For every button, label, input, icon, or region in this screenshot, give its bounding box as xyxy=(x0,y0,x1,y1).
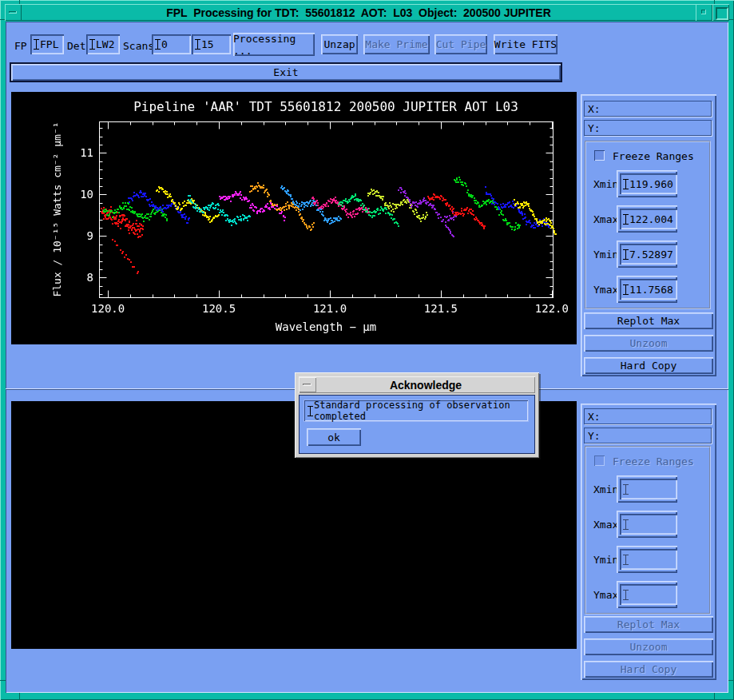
frame-notch xyxy=(728,680,734,681)
dialog-message-field[interactable]: Standard processing of observation compl… xyxy=(304,400,528,421)
replot-max-button[interactable]: Replot Max xyxy=(584,312,713,329)
y-readout: Y: xyxy=(584,120,712,136)
text-cursor xyxy=(623,519,629,530)
cut-pipe-button[interactable]: Cut Pipe xyxy=(434,34,487,54)
xmax-label: Xmax xyxy=(593,213,618,225)
freeze-ranges-checkbox[interactable] xyxy=(594,455,605,466)
replot-max-button[interactable]: Replot Max xyxy=(584,616,713,633)
text-cursor xyxy=(623,179,629,189)
frame-notch xyxy=(714,693,715,700)
minimize-icon xyxy=(701,10,706,14)
text-cursor xyxy=(89,39,95,50)
text-cursor xyxy=(34,39,39,50)
scan-end-field[interactable]: 15 xyxy=(192,34,231,54)
window-title: FPL Processing for TDT: 55601812 AOT: L0… xyxy=(22,6,696,19)
ymax-field[interactable] xyxy=(617,581,677,608)
dialog-body: Standard processing of observation compl… xyxy=(299,395,535,454)
spectrum-plot-panel xyxy=(11,92,577,344)
y-readout: Y: xyxy=(584,428,712,443)
dialog-menu-icon xyxy=(303,384,311,386)
xmax-label: Xmax xyxy=(593,519,618,531)
ymin-label: Ymin xyxy=(593,554,618,566)
xmin-field[interactable]: 119.960 xyxy=(617,170,677,197)
maximize-icon xyxy=(716,7,728,20)
window-menu-icon xyxy=(9,11,17,14)
dialog-titlebar[interactable]: Acknowledge xyxy=(299,376,535,393)
ymin-value: 7.52897 xyxy=(629,249,673,261)
bottom-range-panel: X: Y: Freeze Ranges Xmin Xmax Ymin Ymax … xyxy=(581,404,716,680)
freeze-ranges-checkbox[interactable] xyxy=(594,150,605,161)
det-value: LW2 xyxy=(96,38,114,50)
fp-label: FP xyxy=(14,40,27,52)
hard-copy-button[interactable]: Hard Copy xyxy=(584,661,713,678)
window-titlebar[interactable]: FPL Processing for TDT: 55601812 AOT: L0… xyxy=(5,4,729,21)
det-field[interactable]: LW2 xyxy=(86,34,120,54)
xmin-field[interactable] xyxy=(617,475,677,503)
app-window: FPL Processing for TDT: 55601812 AOT: L0… xyxy=(0,0,734,700)
top-range-panel: X: Y: Freeze Ranges Xmin 119.960 Xmax 12… xyxy=(581,94,716,376)
acknowledge-dialog: Acknowledge Standard processing of obser… xyxy=(295,372,539,458)
scan-start-field[interactable]: 0 xyxy=(152,34,191,54)
frame-notch xyxy=(0,680,6,681)
freeze-ranges-label: Freeze Ranges xyxy=(613,455,694,467)
ymax-label: Ymax xyxy=(593,589,618,601)
minimize-button[interactable] xyxy=(696,4,712,21)
text-cursor xyxy=(155,39,161,50)
scan-end-value: 15 xyxy=(201,38,214,50)
det-label: Det xyxy=(67,40,85,52)
range-group: Freeze Ranges Xmin 119.960 Xmax 122.004 … xyxy=(585,141,711,309)
text-cursor xyxy=(307,406,313,416)
xmin-value: 119.960 xyxy=(629,178,673,190)
text-cursor xyxy=(623,284,629,295)
ymin-label: Ymin xyxy=(593,249,618,261)
window-menu-button[interactable] xyxy=(5,4,22,21)
processing-menu-button[interactable]: Processing ... xyxy=(233,33,315,56)
xmin-label: Xmin xyxy=(593,483,618,495)
dialog-title: Acknowledge xyxy=(316,379,535,392)
ok-button[interactable]: ok xyxy=(307,428,361,446)
frame-notch xyxy=(728,19,734,20)
unzoom-button[interactable]: Unzoom xyxy=(584,335,713,352)
text-cursor xyxy=(623,590,629,600)
text-cursor xyxy=(623,484,629,495)
fp-field[interactable]: FPL xyxy=(30,34,64,54)
exit-button[interactable]: Exit xyxy=(11,64,561,81)
x-readout: X: xyxy=(584,101,712,117)
text-cursor xyxy=(623,214,629,225)
xmax-field[interactable]: 122.004 xyxy=(617,205,677,233)
text-cursor xyxy=(623,555,629,565)
write-fits-button[interactable]: Write FITS xyxy=(494,34,557,54)
hard-copy-button[interactable]: Hard Copy xyxy=(584,357,713,374)
scan-start-value: 0 xyxy=(161,38,168,50)
ymax-value: 11.7568 xyxy=(629,284,673,296)
make-prime-button[interactable]: Make Prime xyxy=(363,34,430,54)
ymax-label: Ymax xyxy=(593,284,618,296)
scans-label: Scans xyxy=(123,40,154,52)
xmin-label: Xmin xyxy=(593,178,618,190)
frame-notch xyxy=(19,693,20,700)
dialog-message: Standard processing of observation compl… xyxy=(314,400,528,422)
x-readout: X: xyxy=(584,408,712,424)
unzap-button[interactable]: Unzap xyxy=(321,34,358,54)
text-cursor xyxy=(195,39,200,50)
ymax-field[interactable]: 11.7568 xyxy=(617,276,677,303)
xmax-field[interactable] xyxy=(617,511,677,538)
ymin-field[interactable]: 7.52897 xyxy=(617,241,677,268)
unzoom-button[interactable]: Unzoom xyxy=(584,638,713,655)
xmax-value: 122.004 xyxy=(629,213,673,225)
ymin-field[interactable] xyxy=(617,546,677,573)
text-cursor xyxy=(623,249,629,260)
range-group: Freeze Ranges Xmin Xmax Ymin Ymax xyxy=(585,446,711,614)
maximize-button[interactable] xyxy=(712,4,729,21)
freeze-ranges-label: Freeze Ranges xyxy=(613,150,694,162)
dialog-menu-button[interactable] xyxy=(299,377,316,392)
spectrum-plot-canvas[interactable] xyxy=(11,92,577,344)
fp-value: FPL xyxy=(40,38,58,50)
